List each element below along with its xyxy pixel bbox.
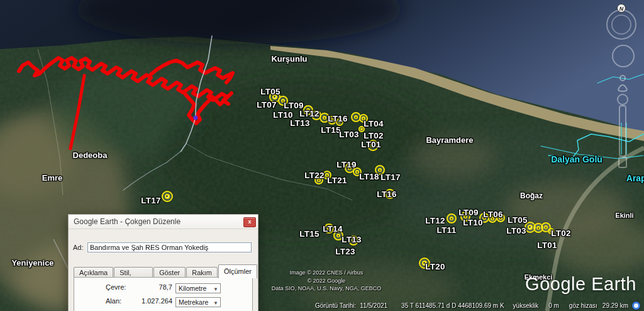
close-button[interactable]: x: [243, 217, 256, 227]
zoom-slider-knob[interactable]: [618, 94, 628, 105]
placemark-label[interactable]: LT17: [380, 172, 401, 182]
elevation-value: 0 m: [548, 302, 559, 309]
move-joystick[interactable]: [613, 45, 634, 67]
placemark-label[interactable]: LT15: [321, 125, 341, 135]
placemark-label[interactable]: LT01: [537, 240, 557, 250]
zoom-slider[interactable]: [618, 94, 628, 167]
pointer-coordinates: 35 T 611485.71 d D 4468109.69 m K: [401, 302, 504, 309]
north-label: N: [619, 6, 624, 12]
measurements-panel: Çevre: 78,7 Kilometre ▼ Alan: 1.027.264 …: [74, 277, 253, 311]
placemark-label[interactable]: LT15: [299, 229, 319, 239]
name-row: Ad:: [73, 242, 252, 252]
placemark-label[interactable]: LT12: [425, 216, 445, 225]
place-name-label: Bayramdere: [426, 135, 473, 145]
placemark-label[interactable]: LT10: [463, 218, 483, 227]
dialog-title: Google Earth - Çokgen Düzenle: [74, 215, 180, 229]
placemark-label[interactable]: LT16: [377, 189, 397, 199]
polygon-edit-dialog: Google Earth - Çokgen Düzenle x Ad: Açık…: [68, 214, 258, 311]
google-earth-window: LT05LT07LT09LT10LT12LT13LT16LT15LT03LT04…: [0, 0, 644, 311]
placemark-label[interactable]: LT03: [339, 130, 359, 139]
placemark-label[interactable]: LT14: [323, 224, 343, 234]
attribution-line: Data SIO, NOAA, U.S. Navy, NGA, GEBCO: [260, 285, 392, 293]
placemark-label[interactable]: LT19: [336, 160, 357, 169]
compass-ring[interactable]: [607, 10, 636, 39]
placemark-label[interactable]: LT23: [335, 247, 355, 256]
placemark-label[interactable]: LT11: [437, 225, 457, 235]
elevation-label: yükseklik: [513, 302, 539, 309]
area-unit-value: Metrekare: [179, 298, 208, 306]
placemark-label[interactable]: LT03: [506, 226, 526, 235]
placemark-ring-icon[interactable]: [447, 213, 457, 223]
placemark-label[interactable]: LT07: [257, 100, 277, 110]
placemark-label[interactable]: LT13: [341, 235, 362, 244]
placemark-label[interactable]: LT13: [290, 118, 310, 128]
pegman-icon[interactable]: [618, 76, 627, 91]
placemark-label[interactable]: LT01: [361, 140, 381, 149]
status-bar: Görüntü Tarihi: 11/5/2021 35 T 611485.71…: [315, 302, 640, 310]
look-ring[interactable]: [612, 15, 631, 34]
perimeter-unit-select[interactable]: Kilometre ▼: [175, 283, 221, 293]
perimeter-value: 78,7: [131, 283, 172, 291]
placemark-label[interactable]: LT22: [304, 171, 325, 180]
eye-altitude-label: göz hizası: [569, 302, 597, 309]
placemark-label[interactable]: LT16: [328, 114, 348, 123]
placemark-label[interactable]: LT12: [299, 109, 319, 118]
placemark-label[interactable]: LT02: [551, 229, 571, 238]
place-name-label: Yeniyenice: [11, 258, 53, 268]
place-name-label: Dedeoba: [73, 150, 108, 160]
chevron-down-icon: ▼: [213, 285, 218, 294]
area-value: 1.027.264: [131, 297, 172, 305]
streetview-status-icon[interactable]: [632, 302, 640, 310]
attribution-line: Image © 2022 CNES / Airbus: [260, 269, 392, 277]
placemark-label[interactable]: LT02: [364, 131, 384, 140]
imagery-date-label: Görüntü Tarihi:: [315, 302, 356, 309]
placemark-label[interactable]: LT09: [458, 208, 479, 217]
perimeter-unit-value: Kilometre: [179, 285, 206, 292]
area-unit-select[interactable]: Metrekare ▼: [175, 297, 221, 307]
tab-olcumler[interactable]: Ölçümler: [218, 264, 257, 278]
placemark-label[interactable]: LT18: [359, 172, 379, 181]
dialog-titlebar[interactable]: Google Earth - Çokgen Düzenle x: [69, 215, 258, 229]
placemark-label[interactable]: LT17: [141, 196, 161, 205]
placemark-label[interactable]: LT04: [364, 119, 384, 128]
placemark-label[interactable]: LT06: [483, 210, 503, 219]
map-attribution: Image © 2022 CNES / Airbus © 2022 Google…: [260, 269, 392, 293]
place-name-label: Kurşunlu: [271, 54, 307, 64]
imagery-date-value: 11/5/2021: [360, 302, 387, 309]
placemark-label[interactable]: LT20: [425, 262, 445, 271]
placemark-label[interactable]: LT05: [260, 87, 280, 96]
chevron-down-icon: ▼: [213, 298, 218, 308]
place-name-label: Emre: [42, 173, 63, 183]
placemark-label[interactable]: LT21: [327, 176, 347, 185]
placemark-ring-icon[interactable]: [162, 191, 173, 202]
placemark-label[interactable]: LT05: [508, 215, 528, 225]
place-name-label: Dalyan Golu: [551, 154, 602, 164]
place-name-label: Ekinli: [615, 212, 633, 219]
eye-altitude-value: 29.29 km: [602, 302, 628, 309]
name-label: Ad:: [73, 244, 84, 251]
google-earth-logo: Google Earth: [525, 274, 636, 295]
attribution-line: © 2022 Google: [260, 277, 392, 285]
dialog-tabs: Açıklama Stil, Renk Göster Rakım Ölçümle…: [74, 264, 258, 278]
name-input[interactable]: [87, 242, 252, 252]
navigation-controls: N: [600, 0, 644, 189]
place-name-label: Boğaz: [520, 191, 543, 200]
